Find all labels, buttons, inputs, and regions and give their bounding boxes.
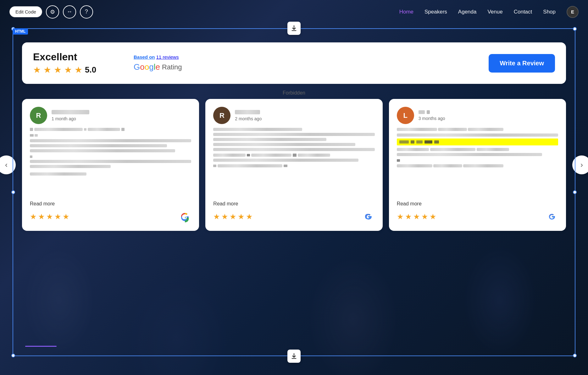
reviewer-avatar-1: R — [30, 107, 47, 124]
forbidden-text: Forbidden — [22, 90, 566, 96]
next-arrow-icon: › — [580, 160, 583, 169]
nav-left: Edit Code ⚙ ↔ ? — [9, 5, 93, 19]
google-o1: o — [140, 62, 144, 72]
rating-label-section: Excellent ★ ★ ★ ★ ★ 5.0 — [33, 51, 121, 75]
card-star-1-5: ★ — [63, 212, 69, 221]
gear-button[interactable]: ⚙ — [46, 5, 59, 19]
reviewer-name-blur-2 — [235, 110, 260, 114]
card-stars-3: ★ ★ ★ ★ ★ — [397, 212, 436, 221]
gear-icon: ⚙ — [50, 8, 55, 15]
card-footer-1: ★ ★ ★ ★ ★ G — [30, 210, 191, 223]
google-text: Google — [134, 62, 160, 72]
reviewer-header-2: R 2 months ago — [213, 107, 374, 124]
card-footer-3: ★ ★ ★ ★ ★ — [397, 210, 558, 223]
read-more-1[interactable]: Read more — [30, 201, 191, 207]
reviewer-info-2: 2 months ago — [235, 110, 262, 121]
star-4: ★ — [64, 65, 72, 75]
reviewer-time-3: 3 months ago — [419, 116, 445, 121]
nav-contact[interactable]: Contact — [514, 9, 532, 15]
rating-number: 5.0 — [85, 65, 96, 75]
card-footer-2: ★ ★ ★ ★ ★ G — [213, 210, 374, 223]
card-star-2-4: ★ — [238, 212, 245, 221]
avatar[interactable]: E — [567, 6, 579, 18]
nav-agenda[interactable]: Agenda — [458, 9, 477, 15]
reviewer-time-1: 1 month ago — [52, 116, 89, 121]
star-5: ★ — [75, 65, 82, 75]
google-logo-2: G — [362, 210, 375, 223]
nav-right: Home Speakers Agenda Venue Contact Shop … — [399, 6, 579, 18]
card-star-3-4: ★ — [421, 212, 428, 221]
review-text-2 — [213, 128, 374, 197]
star-2: ★ — [43, 65, 51, 75]
main-content: HTML Excellent ★ ★ ★ ★ ★ — [13, 28, 575, 356]
help-button[interactable]: ? — [80, 5, 93, 19]
star-1: ★ — [33, 65, 41, 75]
reviewer-name-blur-1 — [52, 110, 89, 114]
nav-home[interactable]: Home — [399, 9, 413, 15]
nav-venue[interactable]: Venue — [487, 9, 502, 15]
prev-arrow-icon: ‹ — [5, 160, 8, 169]
read-more-3[interactable]: Read more — [397, 201, 558, 207]
card-star-3-3: ★ — [413, 212, 420, 221]
card-star-2-5: ★ — [246, 212, 253, 221]
review-text-1 — [30, 128, 191, 197]
reviewer-info-3: 3 months ago — [419, 110, 445, 121]
google-brand: Google Rating — [134, 62, 182, 72]
review-card-2: R 2 months ago — [205, 99, 382, 231]
card-star-1-3: ★ — [46, 212, 53, 221]
reviewer-time-2: 2 months ago — [235, 116, 262, 121]
download-handle-top[interactable] — [287, 22, 301, 35]
rating-card: Excellent ★ ★ ★ ★ ★ 5.0 Based on 11 revi… — [22, 42, 566, 84]
arrows-button[interactable]: ↔ — [63, 5, 76, 19]
card-stars-2: ★ ★ ★ ★ ★ — [213, 212, 253, 221]
nav-speakers[interactable]: Speakers — [424, 9, 447, 15]
bottom-decoration — [25, 346, 57, 347]
card-star-3-1: ★ — [397, 212, 404, 221]
reviewer-avatar-3: L — [397, 107, 414, 124]
card-stars-1: ★ ★ ★ ★ ★ — [30, 212, 69, 221]
google-rating-word: Rating — [162, 63, 182, 71]
read-more-2[interactable]: Read more — [213, 201, 374, 207]
download-icon-bottom — [291, 353, 297, 360]
based-on-text: Based on 11 reviews — [134, 54, 182, 60]
card-star-1-1: ★ — [30, 212, 37, 221]
navbar: Edit Code ⚙ ↔ ? Home Speakers Agenda Ven… — [0, 0, 588, 24]
review-text-3 — [397, 128, 558, 197]
html-badge: HTML — [13, 28, 28, 35]
google-o2: o — [145, 62, 149, 72]
nav-shop[interactable]: Shop — [543, 9, 556, 15]
review-card-3: L 3 months ago — [389, 99, 566, 231]
based-on-section: Based on 11 reviews Google Rating — [134, 54, 182, 72]
write-review-button[interactable]: Write a Review — [489, 54, 555, 73]
google-g2: g — [149, 62, 153, 72]
stars-row: ★ ★ ★ ★ ★ 5.0 — [33, 65, 121, 75]
google-logo-1: G — [179, 210, 191, 223]
next-arrow-button[interactable]: › — [572, 155, 588, 174]
card-star-3-5: ★ — [430, 212, 436, 221]
question-icon: ? — [85, 8, 88, 15]
white-container: Excellent ★ ★ ★ ★ ★ 5.0 Based on 11 revi… — [13, 36, 575, 334]
card-star-2-2: ★ — [221, 212, 228, 221]
arrows-icon: ↔ — [67, 8, 72, 15]
card-star-2-3: ★ — [230, 212, 236, 221]
reviewer-info-1: 1 month ago — [52, 110, 89, 121]
svg-text:G: G — [182, 213, 187, 221]
edit-code-button[interactable]: Edit Code — [9, 6, 42, 17]
review-count-link[interactable]: 11 reviews — [156, 54, 179, 60]
download-handle-bottom[interactable] — [287, 350, 301, 363]
reviewer-avatar-2: R — [213, 107, 230, 124]
google-g: G — [134, 62, 140, 72]
excellent-text: Excellent — [33, 51, 121, 63]
review-card-1: R 1 month ago — [22, 99, 199, 231]
google-e: e — [155, 62, 160, 72]
card-star-1-4: ★ — [54, 212, 61, 221]
reviewer-header-1: R 1 month ago — [30, 107, 191, 124]
google-logo-3 — [546, 210, 558, 223]
star-3: ★ — [54, 65, 62, 75]
reviews-row: ‹ R 1 month ago — [22, 99, 566, 231]
card-star-1-2: ★ — [38, 212, 45, 221]
reviewer-header-3: L 3 months ago — [397, 107, 558, 124]
prev-arrow-button[interactable]: ‹ — [0, 155, 16, 174]
card-star-2-1: ★ — [213, 212, 220, 221]
card-star-3-2: ★ — [405, 212, 412, 221]
